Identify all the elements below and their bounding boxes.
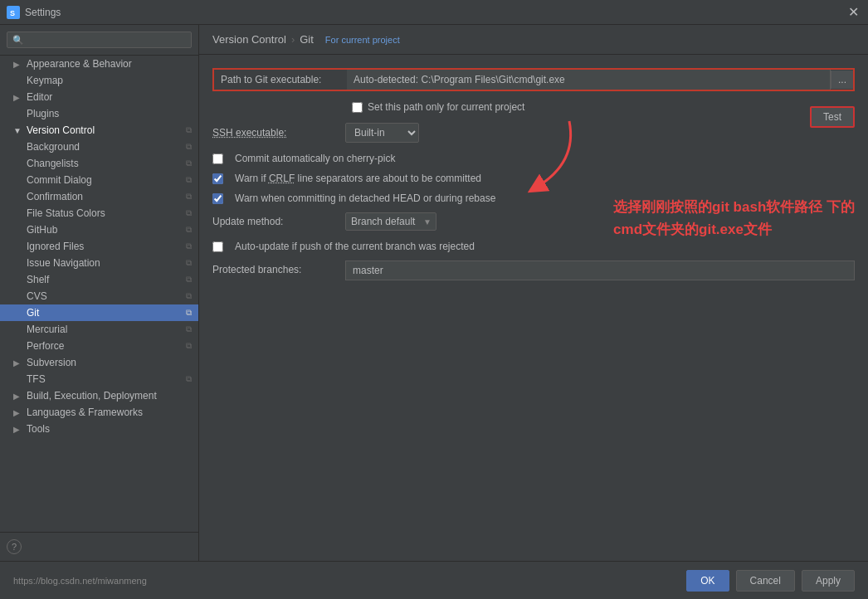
copy-icon: ⧉ xyxy=(186,225,192,235)
protected-branches-label: Protected branches: xyxy=(212,261,345,275)
sidebar-tree: ▶ Appearance & Behavior Keymap ▶ Editor … xyxy=(0,56,198,532)
sidebar-item-languages-frameworks[interactable]: ▶ Languages & Frameworks xyxy=(0,404,198,421)
sidebar-item-label: Mercurial xyxy=(27,324,67,335)
sidebar-item-appearance[interactable]: ▶ Appearance & Behavior xyxy=(0,56,198,72)
apply-button[interactable]: Apply xyxy=(802,570,855,592)
sidebar-item-issue-navigation[interactable]: Issue Navigation ⧉ xyxy=(0,255,198,271)
update-method-select[interactable]: Branch default Merge Rebase xyxy=(345,212,436,231)
test-button[interactable]: Test xyxy=(810,106,855,128)
settings-panel: Path to Git executable: ... Set this pat… xyxy=(199,55,868,561)
sidebar-item-build-execution[interactable]: ▶ Build, Execution, Deployment xyxy=(0,387,198,404)
settings-window: S Settings ✕ 🔍 ▶ Appearance & Behavior xyxy=(0,0,868,599)
warn-detached-checkbox[interactable] xyxy=(212,193,223,204)
sidebar-item-label: Commit Dialog xyxy=(27,174,92,186)
breadcrumb-version-control: Version Control xyxy=(212,33,286,46)
sidebar-item-subversion[interactable]: ▶ Subversion xyxy=(0,354,198,371)
sidebar-item-git[interactable]: Git ⧉ xyxy=(0,304,198,321)
browse-button[interactable]: ... xyxy=(831,71,853,89)
copy-icon: ⧉ xyxy=(186,258,192,268)
protected-branches-row: Protected branches: xyxy=(212,261,855,280)
set-path-checkbox[interactable] xyxy=(352,102,363,113)
arrow-icon: ▶ xyxy=(13,93,23,102)
sidebar-item-keymap[interactable]: Keymap xyxy=(0,72,198,89)
copy-icon: ⧉ xyxy=(186,241,192,251)
close-button[interactable]: ✕ xyxy=(845,4,861,21)
update-method-wrapper: Branch default Merge Rebase ▼ xyxy=(345,212,436,231)
sidebar-item-perforce[interactable]: Perforce ⧉ xyxy=(0,338,198,354)
breadcrumb-separator: › xyxy=(291,33,295,46)
svg-text:S: S xyxy=(10,9,15,17)
ok-button[interactable]: OK xyxy=(686,570,729,592)
auto-update-label: Auto-update if push of the current branc… xyxy=(235,241,475,252)
sidebar-item-shelf[interactable]: Shelf ⧉ xyxy=(0,271,198,288)
ssh-select[interactable]: Built-in OpenSSH xyxy=(345,123,419,143)
sidebar-item-commit-dialog[interactable]: Commit Dialog ⧉ xyxy=(0,172,198,188)
warn-crlf-label: Warn if CRLF line separators are about t… xyxy=(235,173,481,184)
sidebar-item-label: GitHub xyxy=(27,224,57,236)
sidebar-item-label: TFS xyxy=(27,373,46,385)
title-bar: S Settings ✕ xyxy=(0,0,868,25)
sidebar-item-ignored-files[interactable]: Ignored Files ⧉ xyxy=(0,238,198,255)
copy-icon: ⧉ xyxy=(186,208,192,218)
sidebar-item-version-control[interactable]: ▼ Version Control ⧉ xyxy=(0,122,198,139)
cancel-button[interactable]: Cancel xyxy=(736,570,795,592)
path-label: Path to Git executable: xyxy=(214,74,347,85)
sidebar-item-tools[interactable]: ▶ Tools xyxy=(0,421,198,437)
copy-icon: ⧉ xyxy=(186,374,192,384)
sidebar-item-label: Appearance & Behavior xyxy=(27,58,132,70)
commit-auto-checkbox[interactable] xyxy=(212,153,223,164)
sidebar-item-editor[interactable]: ▶ Editor xyxy=(0,89,198,105)
sidebar-item-label: Subversion xyxy=(27,357,76,368)
ssh-label: SSH executable: xyxy=(212,127,345,139)
annotation-arrow xyxy=(486,113,586,215)
protected-branches-input[interactable] xyxy=(345,261,855,280)
sidebar-item-label: Tools xyxy=(27,423,50,435)
sidebar-item-label: Git xyxy=(27,307,39,319)
sidebar-item-plugins[interactable]: Plugins xyxy=(0,105,198,122)
sidebar-item-tfs[interactable]: TFS ⧉ xyxy=(0,371,198,387)
search-input[interactable] xyxy=(27,34,186,46)
annotation-line2: cmd文件夹的git.exe文件 xyxy=(613,218,855,241)
sidebar-item-label: Keymap xyxy=(27,75,63,86)
sidebar: 🔍 ▶ Appearance & Behavior Keymap ▶ Edito… xyxy=(0,25,199,561)
app-icon: S xyxy=(7,6,20,19)
sidebar-item-confirmation[interactable]: Confirmation ⧉ xyxy=(0,188,198,205)
test-button-wrapper: Test xyxy=(805,106,855,128)
sidebar-item-label: Version Control xyxy=(27,124,95,136)
sidebar-item-label: Languages & Frameworks xyxy=(27,407,143,418)
annotation-overlay: 选择刚刚按照的git bash软件路径 下的 cmd文件夹的git.exe文件 xyxy=(613,196,855,241)
sidebar-item-label: Perforce xyxy=(27,340,64,352)
auto-update-checkbox[interactable] xyxy=(212,241,223,252)
help-button[interactable]: ? xyxy=(7,539,22,554)
sidebar-item-cvs[interactable]: CVS ⧉ xyxy=(0,288,198,304)
set-path-row: Set this path only for current project xyxy=(212,101,855,113)
sidebar-item-label: Issue Navigation xyxy=(27,257,100,269)
sidebar-item-github[interactable]: GitHub ⧉ xyxy=(0,222,198,238)
warn-detached-label: Warn when committing in detached HEAD or… xyxy=(235,192,495,204)
copy-icon: ⧉ xyxy=(186,142,192,152)
sidebar-item-background[interactable]: Background ⧉ xyxy=(0,139,198,155)
annotation-line1: 选择刚刚按照的git bash软件路径 下的 xyxy=(613,196,855,218)
copy-icon: ⧉ xyxy=(186,275,192,285)
commit-auto-label: Commit automatically on cherry-pick xyxy=(235,153,395,164)
set-path-label: Set this path only for current project xyxy=(368,101,524,113)
search-icon: 🔍 xyxy=(12,35,24,46)
search-bar: 🔍 xyxy=(0,25,198,56)
copy-icon: ⧉ xyxy=(186,341,192,351)
copy-icon: ⧉ xyxy=(186,324,192,334)
path-input[interactable] xyxy=(347,70,831,90)
sidebar-item-mercurial[interactable]: Mercurial ⧉ xyxy=(0,321,198,338)
warn-crlf-checkbox[interactable] xyxy=(212,173,223,184)
search-wrapper: 🔍 xyxy=(7,32,192,48)
sidebar-item-label: Changelists xyxy=(27,158,79,169)
breadcrumb-git: Git xyxy=(300,33,314,46)
sidebar-item-changelists[interactable]: Changelists ⧉ xyxy=(0,155,198,172)
sidebar-item-label: Editor xyxy=(27,91,52,103)
sidebar-bottom: ? xyxy=(0,532,198,561)
sidebar-item-file-status-colors[interactable]: File Status Colors ⧉ xyxy=(0,205,198,222)
sidebar-item-label: Background xyxy=(27,141,80,153)
sidebar-item-label: Shelf xyxy=(27,274,49,285)
main-content: 🔍 ▶ Appearance & Behavior Keymap ▶ Edito… xyxy=(0,25,868,561)
sidebar-item-label: CVS xyxy=(27,290,47,302)
sidebar-item-label: Build, Execution, Deployment xyxy=(27,390,157,402)
